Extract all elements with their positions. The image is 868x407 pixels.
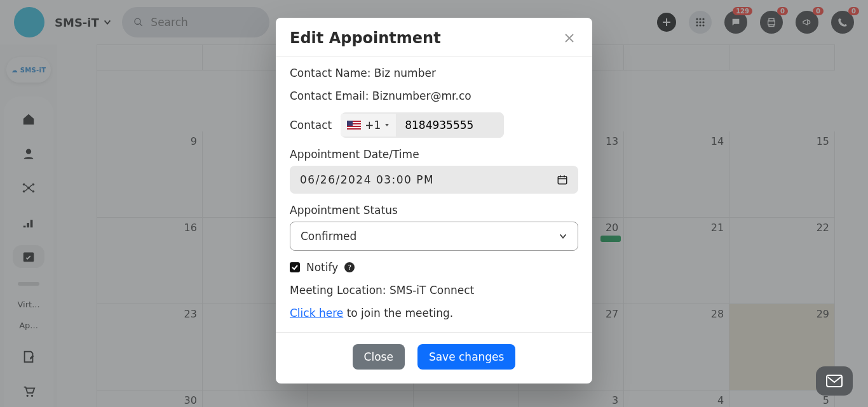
cal-cell[interactable] xyxy=(203,390,308,407)
phone-field[interactable]: +1 xyxy=(341,112,504,138)
event-chip[interactable] xyxy=(600,236,621,242)
datetime-value: 06/26/2024 03:00 PM xyxy=(300,173,434,186)
topbar-right: 129 0 0 0 xyxy=(657,11,854,34)
nav-home[interactable] xyxy=(13,108,44,131)
status-section: Appointment Status Confirmed xyxy=(290,204,578,251)
announce-button[interactable]: 0 xyxy=(796,11,818,34)
location-value: SMS-iT Connect xyxy=(390,284,474,297)
support-button[interactable] xyxy=(816,366,853,396)
cal-cell[interactable]: 21 xyxy=(624,218,729,304)
messages-button[interactable]: 129 xyxy=(724,11,747,34)
cal-cell[interactable] xyxy=(414,390,519,407)
svg-point-10 xyxy=(702,24,704,26)
cal-cell[interactable]: 22 xyxy=(729,218,835,304)
modal-body: Contact Name: Biz number Contact Email: … xyxy=(276,57,592,332)
datetime-input[interactable]: 06/26/2024 03:00 PM xyxy=(290,166,578,194)
help-icon[interactable]: ? xyxy=(344,262,355,272)
save-button[interactable]: Save changes xyxy=(417,344,516,370)
cal-cell[interactable] xyxy=(308,390,414,407)
calendar-icon xyxy=(557,174,568,185)
svg-point-12 xyxy=(27,187,31,190)
join-row: Click here to join the meeting. xyxy=(290,307,578,319)
search-box[interactable] xyxy=(122,7,269,37)
nav-notes[interactable] xyxy=(13,345,44,368)
notify-row: Notify ? xyxy=(290,261,578,274)
svg-point-15 xyxy=(23,190,25,193)
svg-point-19 xyxy=(31,395,33,397)
announce-badge: 0 xyxy=(813,7,824,15)
svg-point-7 xyxy=(702,21,704,23)
phone-badge: 0 xyxy=(848,7,859,15)
cal-cell[interactable]: 4 xyxy=(624,390,729,407)
sidebar-item-virtual[interactable]: Virt... xyxy=(17,300,39,309)
chat-icon xyxy=(731,17,741,27)
cal-cell[interactable]: 14 xyxy=(624,131,729,218)
sidebar: ☁ SMS-iT Virt... Ap... xyxy=(0,44,57,407)
cal-cell[interactable]: 23 xyxy=(97,304,203,390)
phone-input[interactable] xyxy=(396,112,504,138)
brand-label: SMS-iT xyxy=(55,16,99,29)
close-icon-button[interactable] xyxy=(560,29,578,47)
messages-badge: 129 xyxy=(733,7,752,15)
us-flag-icon xyxy=(347,121,361,130)
check-icon xyxy=(292,264,298,270)
mail-icon xyxy=(826,375,843,387)
print-badge: 0 xyxy=(777,7,788,15)
brand-switcher[interactable]: SMS-iT xyxy=(55,16,112,29)
note-edit-icon xyxy=(22,350,36,364)
apps-grid-icon xyxy=(695,17,705,27)
modal-footer: Close Save changes xyxy=(276,332,592,384)
svg-rect-25 xyxy=(558,177,567,184)
country-code-selector[interactable]: +1 xyxy=(341,114,396,137)
modal-header: Edit Appointment xyxy=(276,18,592,57)
svg-point-2 xyxy=(696,18,698,20)
search-input[interactable] xyxy=(149,15,257,29)
nav-connections[interactable] xyxy=(13,177,44,199)
close-button[interactable]: Close xyxy=(353,344,405,370)
search-icon xyxy=(133,17,144,28)
svg-point-9 xyxy=(699,24,701,26)
home-icon xyxy=(22,112,36,126)
cal-cell[interactable]: 28 xyxy=(624,304,729,390)
svg-rect-23 xyxy=(347,127,361,128)
steps-icon xyxy=(22,215,36,229)
cal-cell[interactable]: 9 xyxy=(97,131,203,218)
svg-point-6 xyxy=(699,21,701,23)
modal-title: Edit Appointment xyxy=(290,29,441,47)
notify-checkbox[interactable] xyxy=(290,262,300,272)
nav-pipeline[interactable] xyxy=(13,211,44,234)
chevron-down-icon xyxy=(384,123,390,128)
chevron-down-icon xyxy=(103,18,112,27)
svg-rect-26 xyxy=(827,375,842,387)
contact-email-value: Biznumber@mr.co xyxy=(372,90,471,102)
brand-chip[interactable]: ☁ SMS-iT xyxy=(6,57,51,83)
join-link[interactable]: Click here xyxy=(290,307,343,319)
location-row: Meeting Location: SMS-iT Connect xyxy=(290,284,578,297)
user-icon xyxy=(22,147,35,160)
svg-rect-24 xyxy=(347,121,353,126)
print-button[interactable]: 0 xyxy=(760,11,783,34)
calendar-check-icon xyxy=(22,250,36,264)
add-button[interactable] xyxy=(657,13,676,32)
svg-line-1 xyxy=(140,23,142,26)
cal-cell[interactable]: 16 xyxy=(97,218,203,304)
phone-button[interactable]: 0 xyxy=(831,11,854,34)
svg-point-0 xyxy=(135,18,140,24)
cal-cell[interactable]: 3 xyxy=(519,390,624,407)
apps-button[interactable] xyxy=(689,11,712,34)
country-code: +1 xyxy=(365,119,381,131)
status-select[interactable]: Confirmed xyxy=(290,222,578,251)
svg-point-8 xyxy=(696,24,698,26)
close-icon xyxy=(564,32,575,44)
cal-cell[interactable]: 30 xyxy=(97,390,203,407)
contact-label: Contact xyxy=(290,119,332,131)
datetime-label: Appointment Date/Time xyxy=(290,148,578,161)
svg-point-18 xyxy=(27,395,29,397)
cal-cell[interactable]: 15 xyxy=(729,131,835,218)
nav-contacts[interactable] xyxy=(13,142,44,165)
nav-calendar[interactable] xyxy=(13,245,44,268)
nav-cart[interactable] xyxy=(13,380,44,403)
avatar[interactable] xyxy=(14,7,44,37)
cart-icon xyxy=(22,384,36,398)
sidebar-item-appoint[interactable]: Ap... xyxy=(19,321,38,330)
